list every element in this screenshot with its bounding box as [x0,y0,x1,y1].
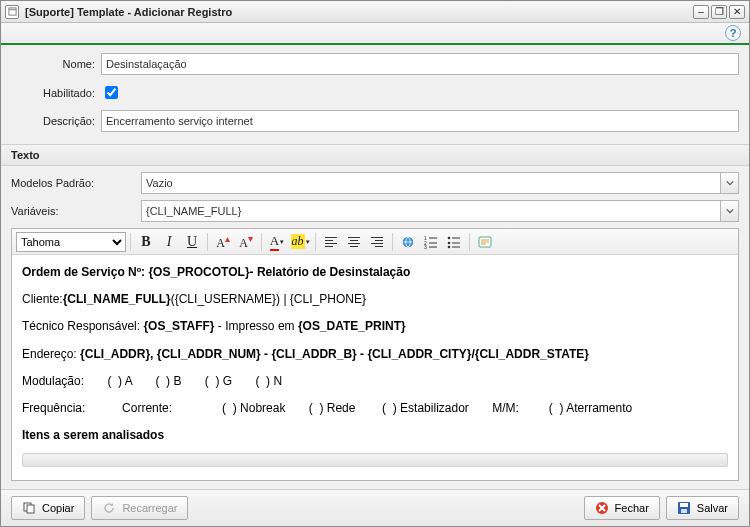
maximize-button[interactable]: ❐ [711,5,727,19]
row-modelos: Modelos Padrão: [1,166,749,200]
svg-point-13 [448,245,451,248]
copy-icon [22,501,36,515]
font-color-button[interactable]: A▾ [266,231,288,253]
unordered-list-button[interactable] [443,231,465,253]
select-variaveis[interactable] [141,200,739,222]
italic-button[interactable]: I [158,231,180,253]
horizontal-scrollbar[interactable] [22,453,728,467]
input-nome[interactable] [101,53,739,75]
checkbox-habilitado[interactable] [105,86,118,99]
section-title-texto: Texto [1,144,749,166]
window-title: [Suporte] Template - Adicionar Registro [25,6,232,18]
select-modelos[interactable] [141,172,739,194]
label-habilitado: Habilitado: [11,87,101,99]
font-decrease-button[interactable]: A▾ [235,231,257,253]
input-descricao[interactable] [101,110,739,132]
svg-rect-26 [681,509,687,513]
rich-text-editor: Tahoma B I U A▴ A▾ A▾ ab▾ 123 [11,228,739,481]
chevron-down-icon[interactable] [720,173,738,193]
ordered-list-button[interactable]: 123 [420,231,442,253]
window: [Suporte] Template - Adicionar Registro … [0,0,750,527]
titlebar: [Suporte] Template - Adicionar Registro … [1,1,749,23]
svg-rect-0 [8,8,15,15]
label-descricao: Descrição: [11,115,101,127]
salvar-button[interactable]: Salvar [666,496,739,520]
chevron-down-icon[interactable] [720,201,738,221]
reload-icon [102,501,116,515]
insert-link-button[interactable] [397,231,419,253]
form-area: Nome: Habilitado: Descrição: [1,45,749,144]
row-variaveis: Variáveis: [1,200,749,228]
svg-rect-20 [27,505,34,513]
label-nome: Nome: [11,58,101,70]
help-icon[interactable]: ? [725,25,741,41]
font-increase-button[interactable]: A▴ [212,231,234,253]
editor-toolbar: Tahoma B I U A▴ A▾ A▾ ab▾ 123 [12,229,738,255]
align-center-button[interactable] [343,231,365,253]
label-modelos: Modelos Padrão: [11,177,141,189]
close-icon [595,501,609,515]
font-family-select[interactable]: Tahoma [16,232,126,252]
copiar-button[interactable]: Copiar [11,496,85,520]
app-icon [5,5,19,19]
align-right-button[interactable] [366,231,388,253]
fechar-button[interactable]: Fechar [584,496,660,520]
svg-point-11 [448,241,451,244]
save-icon [677,501,691,515]
source-button[interactable] [474,231,496,253]
toolbar-row: ? [1,23,749,45]
recarregar-button[interactable]: Recarregar [91,496,188,520]
minimize-button[interactable]: – [693,5,709,19]
label-variaveis: Variáveis: [11,205,141,217]
svg-rect-25 [680,503,688,507]
editor-content[interactable]: Ordem de Serviço Nº: {OS_PROCOTOL}- Rela… [12,255,738,480]
bold-button[interactable]: B [135,231,157,253]
underline-button[interactable]: U [181,231,203,253]
align-left-button[interactable] [320,231,342,253]
svg-point-9 [448,236,451,239]
close-window-button[interactable]: ✕ [729,5,745,19]
button-bar: Copiar Recarregar Fechar Salvar [1,489,749,526]
svg-text:3: 3 [424,244,427,249]
highlight-button[interactable]: ab▾ [289,231,311,253]
